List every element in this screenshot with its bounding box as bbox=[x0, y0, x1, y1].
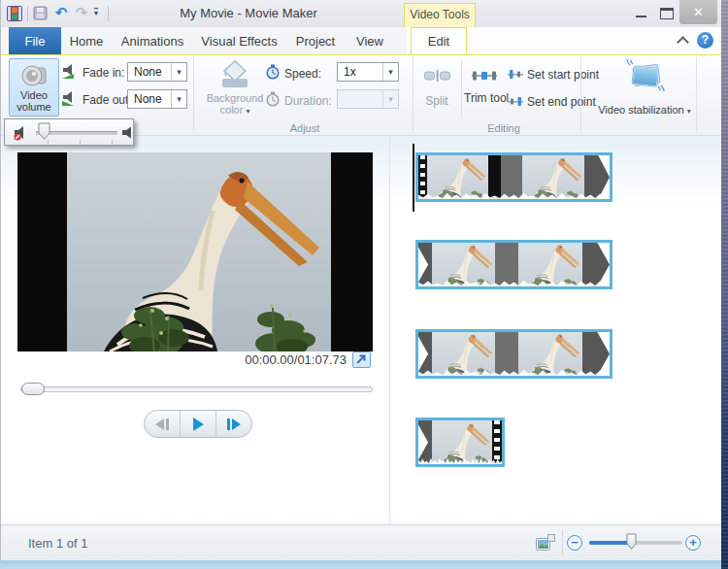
trim-tool-button[interactable]: Trim tool bbox=[464, 57, 503, 119]
fade-in-value: None bbox=[134, 65, 162, 79]
editing-group-label: Editing bbox=[455, 122, 552, 134]
app-icon[interactable] bbox=[6, 5, 23, 22]
previous-frame-bar-icon bbox=[166, 418, 169, 430]
tab-file[interactable]: File bbox=[9, 27, 61, 54]
minimize-button[interactable] bbox=[632, 6, 651, 21]
seek-bar-thumb[interactable] bbox=[21, 383, 45, 395]
background-color-label: Background color ▾ bbox=[205, 92, 265, 117]
audio-waveform bbox=[418, 367, 610, 376]
set-start-point-button[interactable]: Set start point bbox=[506, 66, 603, 84]
fullscreen-preview-button[interactable] bbox=[352, 351, 371, 368]
tab-animations[interactable]: Animations bbox=[112, 27, 193, 54]
desktop-wallpaper-edge bbox=[721, 0, 728, 569]
group-separator bbox=[696, 57, 697, 131]
tab-home[interactable]: Home bbox=[61, 27, 112, 54]
video-stabilization-button[interactable]: Video stabilization ▾ bbox=[595, 57, 694, 121]
bird-video-frame bbox=[67, 152, 331, 351]
timecode-display: 00:00.00/01:07.73 bbox=[147, 352, 347, 367]
fade-out-value: None bbox=[134, 92, 162, 106]
play-button[interactable] bbox=[180, 411, 215, 437]
window-title: My Movie - Movie Maker bbox=[98, 6, 399, 20]
movie-maker-window: ↶ ↷ ▾ My Movie - Movie Maker Video Tools… bbox=[0, 0, 721, 560]
dropdown-caret-icon: ▾ bbox=[382, 63, 398, 81]
dropdown-caret-icon: ▾ bbox=[382, 90, 398, 108]
tab-view[interactable]: View bbox=[346, 27, 394, 54]
video-stabilization-label: Video stabilization ▾ bbox=[595, 104, 694, 117]
playback-controls bbox=[144, 410, 252, 438]
thumbnail-view-icon[interactable] bbox=[536, 534, 555, 552]
status-separator bbox=[562, 530, 563, 555]
status-bar: Item 1 of 1 − + bbox=[1, 524, 721, 560]
adjust-group-label: Adjust bbox=[256, 122, 353, 134]
dropdown-caret-icon: ▾ bbox=[171, 90, 186, 108]
duration-dropdown: ▾ bbox=[337, 89, 399, 109]
set-start-point-label: Set start point bbox=[527, 68, 599, 82]
zoom-out-button[interactable]: − bbox=[567, 535, 582, 551]
speaker-icon bbox=[121, 126, 134, 140]
next-frame-button[interactable] bbox=[215, 411, 251, 437]
next-frame-icon bbox=[232, 418, 241, 430]
fullscreen-arrow-icon bbox=[353, 352, 370, 367]
previous-frame-button[interactable] bbox=[145, 411, 180, 437]
close-button[interactable]: ✕ bbox=[679, 0, 717, 24]
volume-slider-thumb[interactable] bbox=[38, 122, 51, 141]
title-bar: ↶ ↷ ▾ My Movie - Movie Maker Video Tools… bbox=[1, 0, 721, 27]
next-frame-bar-icon bbox=[227, 418, 230, 430]
fade-in-icon bbox=[61, 63, 79, 80]
zoom-slider-thumb[interactable] bbox=[626, 533, 638, 551]
storyboard-clip-3[interactable] bbox=[415, 329, 612, 379]
save-button[interactable] bbox=[33, 6, 48, 20]
audio-waveform bbox=[418, 278, 610, 286]
video-volume-button[interactable]: Video volume bbox=[9, 58, 59, 117]
undo-button[interactable]: ↶ bbox=[52, 4, 70, 21]
tab-visual-effects[interactable]: Visual Effects bbox=[193, 27, 285, 54]
duration-icon bbox=[265, 91, 281, 107]
video-volume-label: Video volume bbox=[10, 89, 58, 113]
video-preview-monitor[interactable] bbox=[17, 152, 373, 351]
muted-speaker-icon bbox=[13, 125, 30, 142]
speed-value: 1x bbox=[344, 65, 356, 79]
tab-project[interactable]: Project bbox=[285, 27, 346, 54]
seek-bar-track[interactable] bbox=[20, 386, 373, 392]
speed-dropdown[interactable]: 1x ▾ bbox=[337, 62, 399, 82]
slider-tick bbox=[48, 140, 49, 145]
group-separator bbox=[580, 57, 581, 131]
split-label: Split bbox=[416, 94, 457, 108]
tab-edit[interactable]: Edit bbox=[411, 27, 467, 54]
fade-out-icon bbox=[61, 90, 79, 107]
trim-tool-icon bbox=[472, 70, 497, 82]
maximize-button[interactable] bbox=[657, 5, 677, 20]
video-stabilization-icon bbox=[626, 58, 665, 91]
redo-button[interactable]: ↷ bbox=[73, 4, 90, 21]
background-color-button[interactable]: Background color ▾ bbox=[205, 57, 265, 121]
storyboard-clip-2[interactable] bbox=[415, 240, 612, 289]
minimize-icon bbox=[636, 16, 646, 17]
paint-bucket-icon bbox=[219, 59, 250, 88]
dropdown-caret-icon: ▾ bbox=[171, 63, 186, 81]
set-start-point-icon bbox=[508, 69, 523, 80]
slider-tick bbox=[80, 140, 81, 145]
fade-out-dropdown[interactable]: None ▾ bbox=[127, 89, 187, 109]
zoom-in-button[interactable]: + bbox=[685, 535, 701, 551]
storyboard-clip-1[interactable] bbox=[415, 152, 612, 202]
group-separator bbox=[461, 59, 462, 117]
storyboard-clip-4[interactable] bbox=[415, 418, 505, 467]
speaker-icon bbox=[21, 63, 49, 88]
fade-in-dropdown[interactable]: None ▾ bbox=[127, 62, 187, 82]
set-end-point-button[interactable]: Set end point bbox=[506, 93, 603, 111]
speed-icon bbox=[265, 64, 281, 80]
storyboard-playhead[interactable] bbox=[413, 144, 414, 212]
fade-in-label: Fade in: bbox=[83, 66, 124, 80]
duration-label: Duration: bbox=[284, 94, 332, 108]
slider-tick bbox=[112, 140, 113, 145]
group-separator bbox=[413, 57, 414, 131]
zoom-slider-fill bbox=[589, 541, 629, 545]
maximize-icon bbox=[660, 8, 674, 19]
contextual-tab-group-video-tools: Video Tools bbox=[404, 3, 476, 27]
speed-label: Speed: bbox=[284, 67, 321, 81]
group-separator bbox=[193, 57, 194, 131]
ribbon-tab-bar: FileHomeAnimationsVisual EffectsProjectV… bbox=[1, 27, 721, 55]
help-button[interactable]: ? bbox=[697, 32, 713, 49]
trim-tool-label: Trim tool bbox=[464, 92, 503, 105]
collapse-ribbon-button[interactable] bbox=[678, 38, 688, 44]
